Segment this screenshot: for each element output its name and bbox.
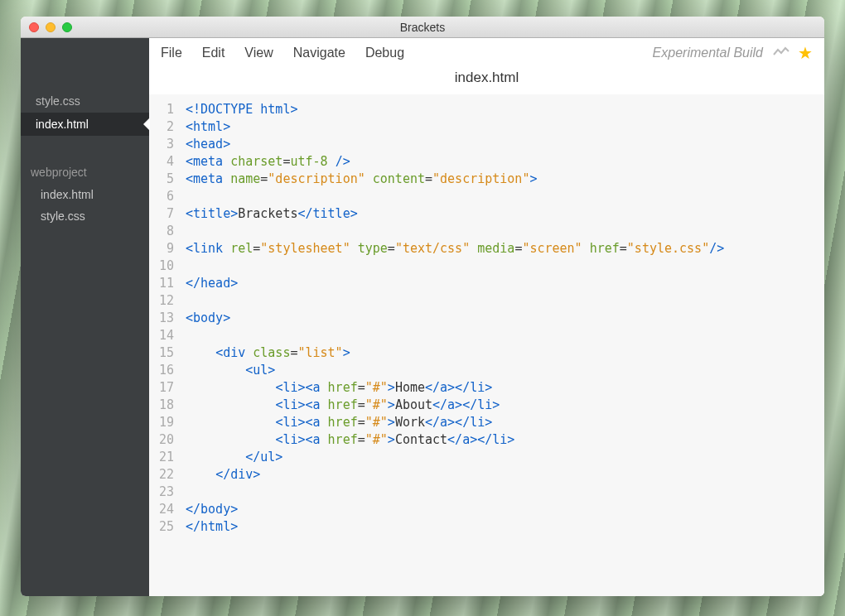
line-number: 8	[149, 223, 186, 240]
open-file-item[interactable]: index.html	[21, 113, 149, 136]
menubar: FileEditViewNavigateDebug Experimental B…	[149, 38, 824, 68]
line-number: 16	[149, 362, 186, 379]
main-panel: FileEditViewNavigateDebug Experimental B…	[149, 38, 824, 596]
line-number: 21	[149, 449, 186, 466]
line-number: 9	[149, 240, 186, 257]
code-line[interactable]: 25</html>	[149, 518, 824, 536]
line-number: 11	[149, 275, 186, 292]
line-number: 10	[149, 257, 186, 275]
line-number: 17	[149, 379, 186, 397]
app-window: Brackets style.cssindex.html webproject …	[21, 17, 824, 596]
project-file-item[interactable]: style.css	[21, 205, 149, 227]
sidebar: style.cssindex.html webproject index.htm…	[21, 38, 149, 596]
code-line[interactable]: 21 </ul>	[149, 449, 824, 466]
line-number: 15	[149, 344, 186, 362]
line-number: 23	[149, 484, 186, 501]
menu-view[interactable]: View	[244, 46, 273, 60]
menu-file[interactable]: File	[161, 46, 182, 60]
line-number: 2	[149, 118, 186, 136]
zoom-icon[interactable]	[62, 22, 72, 32]
code-line[interactable]: 13<body>	[149, 310, 824, 327]
line-number: 1	[149, 101, 186, 118]
experimental-build-label: Experimental Build	[653, 46, 763, 60]
code-line[interactable]: 12	[149, 292, 824, 310]
code-line[interactable]: 8	[149, 223, 824, 240]
menu-edit[interactable]: Edit	[202, 46, 225, 60]
code-line[interactable]: 4<meta charset=utf-8 />	[149, 153, 824, 171]
line-number: 4	[149, 153, 186, 171]
titlebar[interactable]: Brackets	[21, 17, 824, 38]
line-number: 12	[149, 292, 186, 310]
code-line[interactable]: 5<meta name="description" content="descr…	[149, 171, 824, 188]
line-number: 13	[149, 310, 186, 327]
code-editor[interactable]: 1<!DOCTYPE html>2<html>3<head>4<meta cha…	[149, 94, 824, 596]
code-line[interactable]: 19 <li><a href="#">Work</a></li>	[149, 414, 824, 431]
traffic-lights	[21, 22, 72, 32]
line-number: 22	[149, 466, 186, 484]
star-icon[interactable]: ★	[798, 43, 813, 63]
menu-navigate[interactable]: Navigate	[293, 46, 345, 60]
code-line[interactable]: 15 <div class="list">	[149, 344, 824, 362]
window-title: Brackets	[21, 21, 824, 34]
code-line[interactable]: 16 <ul>	[149, 362, 824, 379]
line-number: 24	[149, 501, 186, 518]
code-line[interactable]: 3<head>	[149, 136, 824, 153]
line-number: 14	[149, 327, 186, 344]
line-number: 19	[149, 414, 186, 431]
code-line[interactable]: 18 <li><a href="#">About</a></li>	[149, 397, 824, 414]
code-line[interactable]: 6	[149, 188, 824, 205]
line-number: 7	[149, 205, 186, 223]
line-number: 5	[149, 171, 186, 188]
project-file-item[interactable]: index.html	[21, 184, 149, 205]
close-icon[interactable]	[29, 22, 39, 32]
code-line[interactable]: 9<link rel="stylesheet" type="text/css" …	[149, 240, 824, 257]
line-number: 3	[149, 136, 186, 153]
line-number: 20	[149, 431, 186, 449]
code-line[interactable]: 14	[149, 327, 824, 344]
code-line[interactable]: 2<html>	[149, 118, 824, 136]
code-line[interactable]: 22 </div>	[149, 466, 824, 484]
code-line[interactable]: 1<!DOCTYPE html>	[149, 101, 824, 118]
code-line[interactable]: 20 <li><a href="#">Contact</a></li>	[149, 431, 824, 449]
line-number: 18	[149, 397, 186, 414]
code-line[interactable]: 17 <li><a href="#">Home</a></li>	[149, 379, 824, 397]
project-name[interactable]: webproject	[21, 161, 149, 184]
code-line[interactable]: 11</head>	[149, 275, 824, 292]
line-number: 6	[149, 188, 186, 205]
minimize-icon[interactable]	[46, 22, 56, 32]
live-preview-icon[interactable]	[773, 45, 789, 62]
current-file-label: index.html	[149, 68, 824, 94]
line-number: 25	[149, 518, 186, 536]
menu-debug[interactable]: Debug	[365, 46, 404, 60]
code-line[interactable]: 24</body>	[149, 501, 824, 518]
code-line[interactable]: 23	[149, 484, 824, 501]
code-line[interactable]: 10	[149, 257, 824, 275]
open-file-item[interactable]: style.css	[21, 89, 149, 113]
code-line[interactable]: 7<title>Brackets</title>	[149, 205, 824, 223]
